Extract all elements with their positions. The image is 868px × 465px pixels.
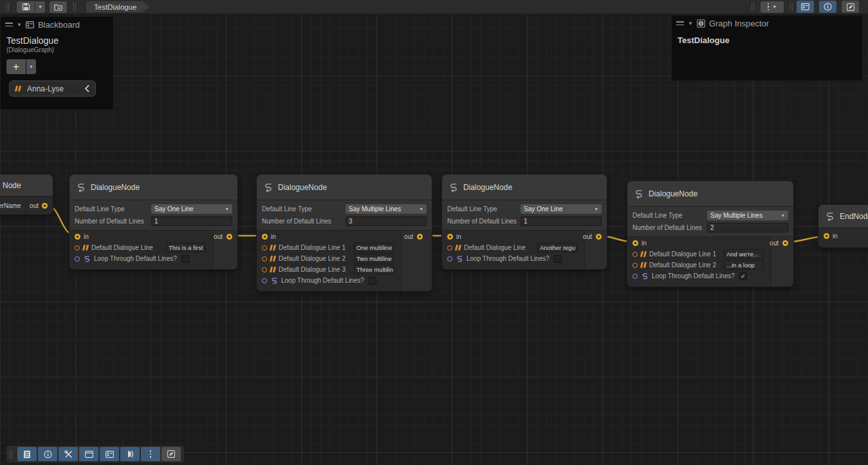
blackboard-button[interactable] [100,447,119,461]
save-button[interactable] [17,1,35,13]
node-titlebar[interactable]: DialogueNode [442,175,607,200]
blackboard-header[interactable]: ▼ Blackboard [1,17,113,32]
node-titlebar[interactable]: DialogueNode [257,175,432,200]
window-button[interactable] [79,447,98,461]
caret-down-icon: ▼ [29,64,33,69]
collapse-caret-icon[interactable]: ▼ [688,21,693,26]
string-port[interactable] [633,263,638,268]
blackboard-field-anna-lyse[interactable]: Anna-Lyse [9,81,96,97]
info-icon [824,3,832,11]
toggle-blackboard-button[interactable] [797,1,814,13]
dialogue-flow-icon [825,211,835,222]
out-port[interactable] [42,203,48,209]
transitions-button[interactable] [120,447,140,461]
graph-options-button[interactable]: ▼ [761,1,784,13]
inspector-header[interactable]: ▼ Graph Inspector [672,15,862,31]
num-lines-field[interactable]: 2 [707,223,788,232]
loop-checkbox[interactable]: ✓ [739,272,747,280]
bool-port[interactable] [447,256,452,261]
line-value-field[interactable]: One multiline [354,243,394,252]
in-port[interactable] [824,233,829,239]
out-port[interactable] [596,234,602,240]
bool-port[interactable] [262,278,267,283]
line-value-field[interactable]: And we're... [724,249,764,259]
open-asset-button[interactable] [50,1,67,13]
num-lines-label: Number of Default Lines [262,218,331,225]
string-port[interactable] [447,245,452,251]
in-port-label: in [84,233,89,240]
node-titlebar[interactable]: DialogueNode [69,175,237,200]
in-port[interactable] [633,240,638,246]
drag-handle-icon[interactable] [5,23,13,26]
bool-port[interactable] [633,274,638,279]
loop-checkbox[interactable] [369,277,376,285]
more-button[interactable] [141,447,160,461]
line-type-dropdown[interactable]: Say Multiple Lines ▼ [346,204,427,214]
in-port[interactable] [262,234,268,240]
top-toolbar: ▼ TestDialogue ▼ [0,0,868,14]
dialogue-graph-editor: ▼ TestDialogue ▼ [0,0,868,465]
save-options-button[interactable]: ▼ [35,1,45,13]
bool-port[interactable] [75,256,80,261]
dialogue-flow-icon [448,182,458,193]
line-type-dropdown[interactable]: Say One Line ▼ [521,204,602,214]
bottom-toolbar [6,446,184,462]
toggle-inspector-button[interactable] [819,1,836,13]
node-titlebar[interactable]: EndNode [818,205,868,227]
toolbar-drag-handle[interactable] [6,3,9,11]
more-kebab-icon [768,3,770,11]
in-port[interactable] [75,234,80,240]
node-title: DialogueNode [91,183,140,192]
toolbar-drag-handle[interactable] [10,450,12,459]
out-port-label: out [30,202,39,209]
loop-checkbox[interactable] [181,255,189,263]
toolbar-separator [73,3,76,11]
string-port[interactable] [262,256,267,261]
line-value-field[interactable]: ...in a loop [724,260,764,270]
num-lines-field[interactable]: 1 [521,216,602,226]
line-value-field[interactable]: This is a first [166,243,206,252]
line-value-field[interactable]: Three multilin [354,265,394,274]
bool-loop-icon [641,272,649,280]
toggle-live-edit-button[interactable] [842,1,859,13]
breadcrumb-tab-testdialogue[interactable]: TestDialogue [86,1,149,12]
out-port[interactable] [782,240,788,246]
console-button[interactable] [17,447,37,461]
string-quote-icon [270,245,276,251]
collapse-caret-icon[interactable]: ▼ [17,22,22,28]
string-port[interactable] [75,245,80,251]
tools-button[interactable] [59,447,78,461]
live-edit-button[interactable] [162,447,181,461]
num-lines-field[interactable]: 3 [346,216,427,226]
toolbar-separator [790,3,793,11]
add-variable-button[interactable]: + [6,59,26,74]
inspector-button[interactable] [38,447,57,461]
node-titlebar[interactable]: Node [0,175,53,196]
node-properties: Default Line Type Say One Line ▼ Number … [442,200,607,230]
bool-loop-icon [456,255,463,263]
string-port[interactable] [633,252,638,257]
out-port-label: out [770,240,779,247]
node-title: EndNode [840,212,868,221]
num-lines-field[interactable]: 1 [151,216,232,226]
drag-handle-icon[interactable] [676,21,684,25]
chevron-left-icon[interactable] [84,85,89,92]
inspector-title: Graph Inspector [709,19,769,28]
add-variable-dropdown[interactable]: ▼ [26,59,36,74]
line-type-dropdown[interactable]: Say One Line ▼ [151,204,232,214]
dropdown-value: Say Multiple Lines [349,205,401,213]
node-titlebar[interactable]: DialogueNode [627,181,793,206]
line-type-dropdown[interactable]: Say Multiple Lines ▼ [707,211,788,220]
loop-checkbox[interactable] [554,255,562,263]
dialogue-node-1: DialogueNode Default Line Type Say One L… [69,175,237,269]
dropdown-value: Say One Line [524,205,563,213]
line-value-field[interactable]: Another regu [537,243,577,252]
save-icon [22,3,30,11]
string-port[interactable] [262,267,267,272]
pen-icon [167,450,175,458]
in-port[interactable] [447,234,453,240]
out-port[interactable] [226,234,232,240]
string-port[interactable] [262,245,267,251]
line-value-field[interactable]: Two multiline [354,254,394,263]
out-port[interactable] [417,234,423,240]
